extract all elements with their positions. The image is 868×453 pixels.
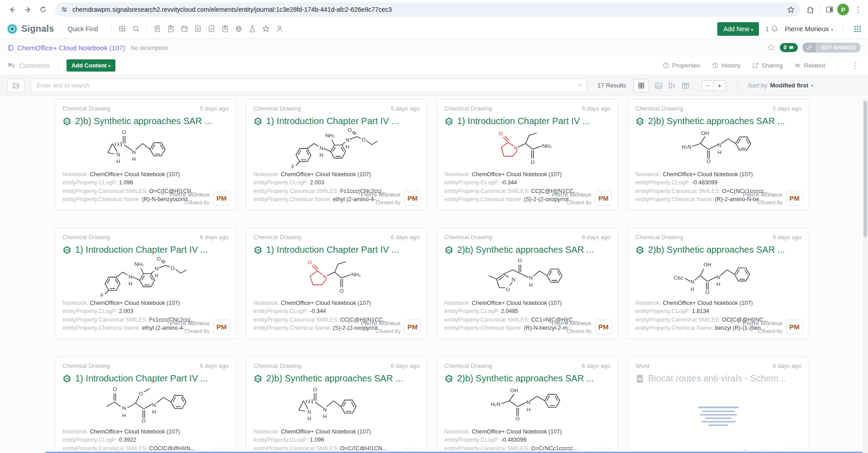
creator-avatar: PM: [595, 191, 612, 206]
scrollbar[interactable]: [863, 99, 868, 453]
sharing-button[interactable]: Sharing: [752, 62, 783, 69]
created-by-label: Created By: [361, 328, 401, 334]
creator-name: Pierre Morieux: [743, 320, 782, 327]
site-info-icon[interactable]: [61, 6, 68, 13]
meta-line: entityProperty.CLogP: 1.096: [62, 178, 229, 187]
card-title[interactable]: Biocat routes anti-virals - Schem...: [648, 373, 786, 384]
flask-icon[interactable]: [245, 22, 259, 36]
more-options-icon[interactable]: ⋮: [850, 61, 861, 70]
results-grid: Chemical Drawing 5 days ago 2)b) Synthet…: [55, 99, 824, 450]
spreadsheet-icon[interactable]: [191, 22, 205, 36]
view-grid-button[interactable]: [634, 79, 649, 92]
add-content-button[interactable]: Add Content ▾: [67, 59, 116, 72]
clear-search-icon[interactable]: ×: [578, 82, 582, 89]
result-card[interactable]: Chemical Drawing 6 days ago 1) Introduct…: [55, 228, 236, 339]
signals-logo[interactable]: Signals: [6, 23, 54, 35]
add-new-button[interactable]: Add New ▾: [717, 22, 759, 36]
browser-menu-icon[interactable]: ⋮: [853, 5, 863, 14]
creator-name: Pierre Morieux: [170, 191, 210, 198]
comments-count-badge[interactable]: 0: [780, 43, 798, 52]
divider: [111, 24, 112, 34]
meta-line: Notebook: ChemOffice+ Cloud Notebook (10…: [62, 428, 229, 436]
zoom-out-button[interactable]: −: [701, 80, 714, 91]
result-card[interactable]: Chemical Drawing 5 days ago 2)b) Synthet…: [55, 99, 236, 210]
calendar-icon[interactable]: [177, 22, 191, 36]
search-icon[interactable]: [129, 22, 143, 36]
creator-avatar: PM: [786, 191, 803, 206]
result-card[interactable]: Chemical Drawing 5 days ago 1) Introduct…: [437, 99, 618, 210]
filter-row: × 17 Results − + Sort by Modified first …: [0, 75, 868, 96]
notebook-icon[interactable]: [150, 22, 164, 36]
result-card[interactable]: Chemical Drawing 6 days ago 2)b) Synthet…: [628, 228, 809, 339]
card-title[interactable]: 1) Introduction Chapter Part IV ...: [266, 245, 399, 255]
card-title[interactable]: 2)b) Synthetic approaches SAR ...: [457, 245, 594, 255]
creator-avatar: PM: [595, 448, 612, 450]
meta-line: entityProperty.CLogP: -0.344: [444, 178, 610, 187]
meta-line: entityProperty.CLogP: -0.344: [253, 307, 420, 316]
card-title[interactable]: 1) Introduction Chapter Part IV ...: [266, 116, 399, 126]
extensions-icon[interactable]: [806, 6, 814, 14]
related-button[interactable]: Related: [794, 62, 825, 69]
reload-icon[interactable]: [35, 2, 51, 17]
result-card[interactable]: Chemical Drawing 6 days ago 2)b) Synthet…: [246, 357, 427, 450]
search-input[interactable]: [31, 79, 587, 92]
card-title[interactable]: 2)b) Synthetic approaches SAR ...: [75, 116, 212, 126]
back-icon[interactable]: [5, 2, 20, 17]
bookmark-star-icon[interactable]: [787, 6, 795, 14]
result-card[interactable]: Chemical Drawing 5 days ago 1) Introduct…: [246, 99, 427, 210]
card-title[interactable]: 1) Introduction Chapter Part IV ...: [75, 373, 208, 384]
sample-icon[interactable]: [218, 22, 232, 36]
result-card[interactable]: Word 6 days ago Biocat routes anti-viral…: [628, 357, 809, 450]
side-panel-icon[interactable]: [825, 5, 834, 14]
result-card[interactable]: Chemical Drawing 6 days ago 2)b) Synthet…: [437, 228, 618, 339]
experiment-icon[interactable]: [164, 22, 177, 36]
chemical-drawing-icon: [253, 246, 262, 255]
card-title[interactable]: 2)b) Synthetic approaches SAR ...: [648, 116, 785, 126]
result-card[interactable]: Chemical Drawing 6 days ago 1) Introduct…: [246, 228, 427, 339]
users-icon[interactable]: [272, 22, 286, 36]
view-list-button[interactable]: [668, 82, 676, 90]
comments-button[interactable]: Comments: [19, 62, 50, 69]
card-title[interactable]: 1) Introduction Chapter Part IV ...: [75, 245, 208, 255]
creator-block: Pierre Morieux Created By PM: [743, 319, 803, 334]
notebook-icon: [7, 44, 14, 51]
history-button[interactable]: History: [712, 62, 740, 69]
divider: [820, 5, 820, 14]
scrollbar-thumb[interactable]: [863, 101, 867, 237]
browser-profile-avatar[interactable]: P: [837, 4, 849, 15]
app-launcher-waffle-icon[interactable]: [854, 25, 862, 33]
browser-toolbar: chemdrawpm.signalsresearch2.revvitycloud…: [0, 0, 868, 19]
notebook-title-link[interactable]: ChemOffice+ Cloud Notebook (107): [17, 44, 125, 52]
card-title[interactable]: 2)b) Synthetic approaches SAR ...: [457, 373, 594, 384]
user-menu[interactable]: Pierre Morieux ▾: [785, 25, 833, 33]
creator-block: Pierre Morieux Created By PM: [170, 191, 230, 206]
card-title[interactable]: 2)b) Synthetic approaches SAR ...: [266, 373, 403, 384]
card-title[interactable]: 1) Introduction Chapter Part IV ...: [457, 116, 590, 126]
collapse-panel-button[interactable]: [7, 79, 24, 92]
view-image-button[interactable]: [654, 82, 663, 90]
card-date: 6 days ago: [773, 234, 801, 241]
card-type-label: Word: [635, 362, 649, 369]
chemical-drawing-icon: [62, 117, 72, 126]
zoom-in-button[interactable]: +: [714, 80, 726, 91]
notifications-button[interactable]: 1: [765, 25, 778, 33]
structure-search-icon[interactable]: [115, 22, 129, 36]
result-card[interactable]: Chemical Drawing 6 days ago 2)b) Synthet…: [437, 357, 618, 450]
creator-name: Pierre Morieux: [170, 448, 210, 450]
properties-button[interactable]: Properties: [663, 62, 700, 69]
view-table-button[interactable]: [682, 82, 690, 90]
card-title[interactable]: 2)b) Synthetic approaches SAR ...: [648, 245, 785, 255]
result-card[interactable]: Chemical Drawing 5 days ago 2)b) Synthet…: [628, 99, 809, 210]
result-card[interactable]: Chemical Drawing 6 days ago 1) Introduct…: [55, 357, 236, 450]
favorites-star-icon[interactable]: [259, 22, 272, 36]
quick-find-label[interactable]: Quick Find: [68, 25, 98, 33]
sort-dropdown[interactable]: Sort by Modified first ▾: [748, 82, 814, 89]
forward-icon[interactable]: [20, 2, 35, 17]
molecule-drawing: [280, 385, 393, 426]
address-bar[interactable]: chemdrawpm.signalsresearch2.revvitycloud…: [55, 2, 800, 17]
breadcrumb-row: ChemOffice+ Cloud Notebook (107) No desc…: [0, 39, 868, 56]
favorite-star-icon[interactable]: [767, 43, 775, 52]
task-icon[interactable]: [205, 22, 218, 36]
material-icon[interactable]: [232, 22, 245, 36]
share-status-badge[interactable]: NOT SHARED: [802, 43, 861, 53]
